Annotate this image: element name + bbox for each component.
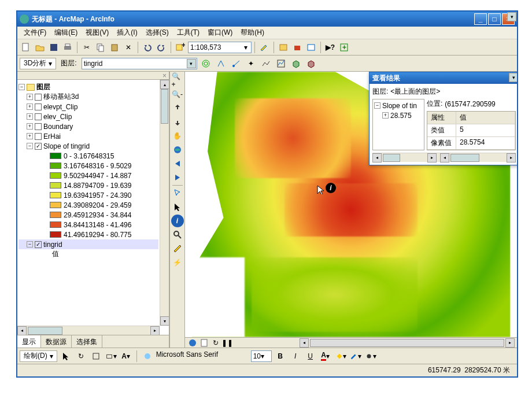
zoom-in-icon[interactable]: 🔍+	[171, 74, 184, 87]
toc-close-button[interactable]: ×	[17, 72, 169, 80]
checkbox[interactable]	[35, 104, 42, 110]
menu-file[interactable]: 文件(F)	[21, 27, 49, 39]
find-icon[interactable]	[171, 228, 184, 241]
delete-icon[interactable]: ✕	[122, 41, 135, 54]
draw-menu[interactable]: 绘制(D)▾	[20, 350, 57, 362]
prev-extent-icon[interactable]	[171, 157, 184, 170]
arccatalog-icon[interactable]	[277, 41, 290, 54]
chevron-down-icon[interactable]: ▾	[242, 43, 249, 51]
layer-item[interactable]: Slope of tingrid	[43, 142, 90, 150]
results-hscroll[interactable]: ◂▸◂▸	[372, 153, 516, 162]
layer-item[interactable]: ErHai	[43, 132, 61, 141]
checkbox[interactable]	[35, 113, 42, 120]
open-icon[interactable]	[34, 41, 46, 54]
layout-view-icon[interactable]	[199, 338, 209, 348]
menu-edit[interactable]: 编辑(E)	[51, 27, 80, 39]
expand-icon[interactable]: +	[27, 104, 33, 110]
bold-icon[interactable]: B	[274, 350, 287, 363]
identify-icon[interactable]: i	[171, 215, 184, 227]
copy-icon[interactable]	[94, 41, 107, 54]
refresh-icon[interactable]: ↻	[210, 338, 221, 348]
line-of-sight-icon[interactable]	[230, 57, 242, 70]
toc-tab-selection[interactable]: 选择集	[72, 335, 102, 348]
layer-item-selected[interactable]: tingrid	[43, 241, 62, 249]
menu-select[interactable]: 选择(S)	[143, 27, 172, 39]
redo-icon[interactable]	[155, 41, 168, 54]
toc-tab-display[interactable]: 显示	[17, 335, 41, 348]
italic-icon[interactable]: I	[289, 350, 302, 363]
zoom-to-selected-icon[interactable]	[90, 350, 102, 363]
add-tool-icon[interactable]: +	[338, 41, 350, 54]
collapse-icon[interactable]: −	[374, 102, 380, 109]
chevron-down-icon[interactable]: ▾	[261, 352, 264, 360]
fill-color-icon[interactable]: ▾	[334, 350, 347, 363]
steepest-path-icon[interactable]	[215, 57, 227, 70]
fixed-zoom-in-icon[interactable]	[171, 102, 184, 114]
whats-this-icon[interactable]: ▶?	[324, 41, 337, 54]
results-titlebar[interactable]: 查看结果×	[370, 72, 517, 84]
layer-combo[interactable]: tingrid▾	[82, 58, 197, 69]
expand-icon[interactable]: +	[382, 112, 389, 119]
toc-tab-source[interactable]: 数据源	[41, 335, 72, 348]
checkbox-checked[interactable]	[35, 143, 42, 150]
font-size-combo[interactable]: 10▾	[251, 350, 272, 362]
results-layer-combo[interactable]: <最上面的图层>▾	[390, 87, 516, 97]
fixed-zoom-out-icon[interactable]	[171, 116, 184, 128]
contour-icon[interactable]	[200, 57, 212, 70]
toc-hscroll[interactable]: ◂▸	[17, 326, 160, 335]
measure-icon[interactable]	[171, 242, 184, 255]
layer-item[interactable]: Boundary	[43, 123, 73, 131]
pause-icon[interactable]: ❚❚	[222, 338, 232, 348]
collapse-icon[interactable]: −	[27, 241, 33, 247]
add-data-icon[interactable]: +	[174, 41, 187, 54]
marker-color-icon[interactable]: ▾	[364, 350, 377, 363]
chevron-down-icon[interactable]: ▾	[507, 12, 516, 21]
select-features-icon[interactable]	[171, 201, 184, 213]
new-icon[interactable]	[20, 41, 32, 54]
checkbox[interactable]	[35, 94, 42, 101]
menu-view[interactable]: 视图(V)	[83, 27, 112, 39]
command-line-icon[interactable]	[305, 41, 317, 54]
3d-analysis-menu[interactable]: 3D分析▾	[20, 58, 56, 69]
expand-icon[interactable]: +	[27, 123, 33, 130]
layer-item[interactable]: 移动基站3d	[43, 92, 79, 102]
maximize-button[interactable]: □	[488, 13, 501, 25]
undo-icon[interactable]	[141, 41, 154, 54]
pan-icon[interactable]: ✋	[171, 130, 184, 142]
zoom-out-icon[interactable]: 🔍-	[171, 88, 184, 101]
edit-vertices-icon[interactable]	[141, 350, 154, 363]
menu-window[interactable]: 窗口(W)	[205, 27, 235, 39]
chevron-down-icon[interactable]: ▾	[187, 59, 196, 68]
3d-tool2-icon[interactable]	[305, 57, 317, 70]
scale-combo[interactable]: 1:108,573▾	[188, 42, 252, 53]
checkbox[interactable]	[35, 123, 42, 130]
font-color-icon[interactable]: A▾	[319, 350, 332, 363]
select-element-icon[interactable]	[60, 350, 72, 363]
interpolate-point-icon[interactable]: ✦	[245, 57, 257, 70]
hyperlink-icon[interactable]: ⚡	[171, 256, 184, 269]
expand-icon[interactable]: +	[27, 113, 33, 120]
checkbox-checked[interactable]	[35, 241, 42, 248]
line-color-icon[interactable]: ▾	[349, 350, 362, 363]
chevron-down-icon[interactable]: ▾	[509, 73, 517, 82]
interpolate-line-icon[interactable]	[260, 57, 272, 70]
menu-tools[interactable]: 工具(T)	[174, 27, 202, 39]
collapse-icon[interactable]: −	[27, 143, 33, 149]
rectangle-tool-icon[interactable]: ▾	[105, 350, 117, 363]
print-icon[interactable]	[61, 41, 74, 54]
toc-root[interactable]: 图层	[36, 82, 50, 92]
profile-graph-icon[interactable]	[275, 57, 287, 70]
editor-toolbar-icon[interactable]	[258, 41, 271, 54]
next-extent-icon[interactable]	[171, 171, 184, 184]
rotate-icon[interactable]: ↻	[75, 350, 87, 363]
select-elements-icon[interactable]	[171, 187, 184, 200]
save-icon[interactable]	[47, 41, 60, 54]
expand-icon[interactable]: +	[27, 94, 33, 100]
layer-item[interactable]: elev_Clip	[43, 113, 72, 121]
arctoolbox-icon[interactable]	[291, 41, 304, 54]
full-extent-icon[interactable]	[171, 143, 184, 156]
layer-item[interactable]: elevpt_Clip	[43, 103, 77, 111]
hscroll-left[interactable]: ◂	[300, 338, 309, 348]
checkbox[interactable]	[35, 133, 42, 140]
paste-icon[interactable]	[108, 41, 121, 54]
